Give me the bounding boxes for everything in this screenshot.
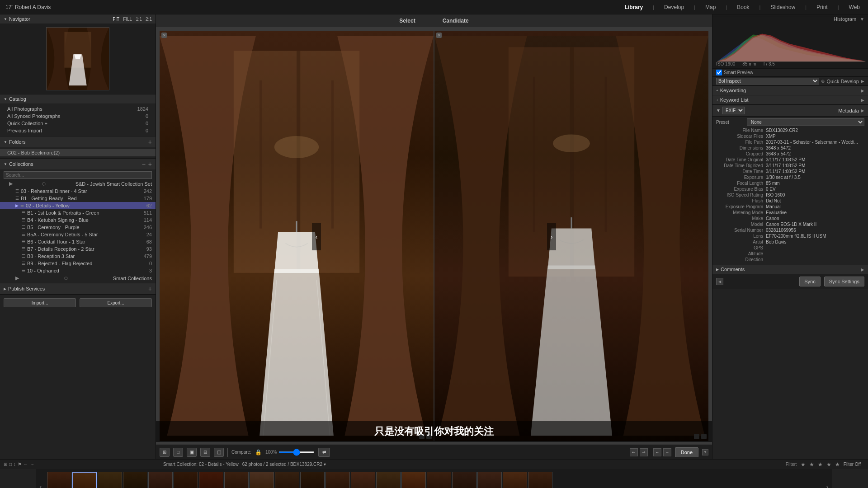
nav-print[interactable]: Print xyxy=(814,4,830,10)
collection-smart[interactable]: ▶ ⬡ Smart Collections xyxy=(0,274,156,282)
filmstrip-thumb-18[interactable] xyxy=(477,472,502,488)
import-button[interactable]: Import... xyxy=(4,298,76,307)
sync-button[interactable]: Sync xyxy=(799,277,820,286)
filmstrip-thumb-15[interactable] xyxy=(401,472,426,488)
breadcrumb-info[interactable]: 62 photos / 2 selected / BDX13829.CR2 ▾ xyxy=(242,462,326,467)
collection-1st-look[interactable]: ☰ B1 - 1st Look & Portraits - Green 511 xyxy=(0,209,156,216)
done-button[interactable]: Done xyxy=(675,447,698,457)
keyword-list-arrow[interactable]: ▶ xyxy=(861,98,864,103)
grid-view-btn[interactable]: ⊞ xyxy=(160,448,170,457)
filmstrip-thumb-4[interactable] xyxy=(123,472,147,488)
filmstrip-nav-next[interactable]: → xyxy=(30,462,34,467)
candidate-image-container[interactable]: ✕ xyxy=(434,31,708,441)
filmstrip-thumb-7[interactable] xyxy=(199,472,223,488)
filmstrip-thumb-5[interactable] xyxy=(148,472,173,488)
filmstrip-thumb-16[interactable] xyxy=(427,472,451,488)
left-nav-arrow[interactable]: ‹ xyxy=(312,223,321,250)
filmstrip-thumb-20[interactable] xyxy=(528,472,552,488)
filmstrip-thumb-12[interactable] xyxy=(326,472,350,488)
filmstrip-loupe-icon[interactable]: □ xyxy=(9,462,12,467)
filter-star-4[interactable]: ★ xyxy=(826,461,831,468)
filmstrip-thumb-8[interactable] xyxy=(224,472,249,488)
prev-select-btn[interactable]: ⇐ xyxy=(630,448,638,456)
catalog-all-photos[interactable]: All Photographs 1824 xyxy=(0,105,156,113)
publish-services-header[interactable]: ▶ Publish Services + xyxy=(0,283,156,294)
catalog-synced[interactable]: All Synced Photographs 0 xyxy=(0,113,156,120)
zoom-fill[interactable]: FILL xyxy=(123,17,132,22)
keyword-list-header[interactable]: + Keyword List ▶ xyxy=(712,95,868,105)
catalog-quick-collection[interactable]: Quick Collection + 0 xyxy=(0,120,156,127)
collection-ketubah[interactable]: ☰ B4 - Ketubah Signing - Blue 114 xyxy=(0,216,156,224)
prev-candidate-btn[interactable]: ← xyxy=(653,448,661,456)
collection-orphaned[interactable]: ☰ 10 - Orphaned 3 xyxy=(0,267,156,274)
candidate-minimize-btn[interactable] xyxy=(694,434,699,439)
collection-rehearsal[interactable]: ☰ 03 - Rehearsal Dinner - 4 Star 242 xyxy=(0,188,156,195)
filmstrip-grid-icon[interactable]: ⊞ xyxy=(4,462,7,467)
filter-star-1[interactable]: ★ xyxy=(801,461,806,468)
filmstrip-thumb-1[interactable] xyxy=(47,472,71,488)
filmstrip-thumb-9[interactable] xyxy=(250,472,274,488)
collection-ceremony[interactable]: ☰ B5 - Ceremony - Purple 246 xyxy=(0,224,156,231)
exif-dropdown-arrow[interactable]: ▼ xyxy=(716,108,721,113)
nav-develop[interactable]: Develop xyxy=(661,4,687,10)
filmstrip-thumb-11[interactable] xyxy=(300,472,325,488)
collections-minus-btn[interactable]: − xyxy=(142,160,146,168)
filmstrip-prev-btn[interactable]: ‹ xyxy=(36,469,45,488)
nav-map[interactable]: Map xyxy=(703,4,718,10)
comments-arrow[interactable]: ▶ xyxy=(861,267,864,272)
loupe-view-btn[interactable]: □ xyxy=(173,448,183,457)
catalog-previous-import[interactable]: Previous Import 0 xyxy=(0,127,156,134)
toolbar-expand-btn[interactable]: ▼ xyxy=(702,449,708,455)
right-nav-arrow[interactable]: › xyxy=(547,223,556,250)
nav-slideshow[interactable]: Slideshow xyxy=(768,4,798,10)
comments-header[interactable]: ▶ Comments ▶ xyxy=(712,265,868,274)
candidate-close-btn[interactable]: ✕ xyxy=(436,33,442,38)
filmstrip-thumb-6[interactable] xyxy=(174,472,198,488)
filter-star-2[interactable]: ★ xyxy=(809,461,814,468)
collection-getting-ready[interactable]: ☰ B1 - Getting Ready - Red 179 xyxy=(0,195,156,202)
quick-develop-link[interactable]: Quick Develop xyxy=(826,79,859,84)
filmstrip-thumb-2[interactable] xyxy=(72,472,97,488)
bol-inspect-select[interactable]: Bol Inspect xyxy=(716,78,819,84)
zoom-1-1[interactable]: 1:1 xyxy=(136,17,142,22)
publish-add-btn[interactable]: + xyxy=(148,285,152,292)
filmstrip-thumb-10[interactable] xyxy=(275,472,299,488)
select-minimize-btn[interactable] xyxy=(419,434,425,439)
collections-add-btn[interactable]: + xyxy=(148,160,152,168)
sync-settings-button[interactable]: Sync Settings xyxy=(824,277,864,286)
filmstrip-thumb-17[interactable] xyxy=(452,472,476,488)
filter-star-5[interactable]: ★ xyxy=(835,461,840,468)
keywording-header[interactable]: + Keywording ▶ xyxy=(712,86,868,95)
filmstrip-thumb-14[interactable] xyxy=(376,472,401,488)
compare-lock-icon[interactable]: 🔒 xyxy=(255,449,262,455)
quick-develop-arrow[interactable]: ▶ xyxy=(861,79,864,84)
collections-search-input[interactable] xyxy=(4,171,152,179)
collection-details[interactable]: ▶ ☰ 02 - Details - Yellow 62 xyxy=(0,202,156,209)
filter-star-3[interactable]: ★ xyxy=(818,461,823,468)
nav-book[interactable]: Book xyxy=(734,4,752,10)
nav-web[interactable]: Web xyxy=(846,4,863,10)
folders-add-btn[interactable]: + xyxy=(148,138,152,145)
right-panel-collapse-btn[interactable]: ◀ xyxy=(716,278,723,285)
filmstrip-nav-prev[interactable]: ← xyxy=(24,462,28,467)
exif-select[interactable]: EXIF IPTC All xyxy=(722,107,745,114)
collections-header[interactable]: ▼ Collections − + xyxy=(0,159,156,169)
collection-cocktail[interactable]: ☰ B6 - Cocktail Hour - 1 Star 68 xyxy=(0,238,156,245)
filmstrip-thumb-13[interactable] xyxy=(351,472,375,488)
filmstrip-next-btn[interactable]: › xyxy=(823,469,832,488)
filmstrip-flag-icon[interactable]: ⚑ xyxy=(18,462,22,467)
select-close-btn[interactable]: ✕ xyxy=(161,33,167,38)
navigator-header[interactable]: ▼ Navigator FIT FILL 1:1 2:1 xyxy=(0,14,156,23)
candidate-expand-btn[interactable] xyxy=(701,434,707,439)
navigator-thumbnail[interactable] xyxy=(46,27,109,90)
filmstrip-sort-icon[interactable]: ↕ xyxy=(14,462,16,467)
collection-rejected[interactable]: ☰ B9 - Rejected - Flag Rejected 0 xyxy=(0,260,156,267)
collection-reception-details[interactable]: ☰ B7 - Details Reception - 2 Star 93 xyxy=(0,245,156,253)
catalog-header[interactable]: ▼ Catalog xyxy=(0,94,156,103)
select-image-container[interactable]: ✕ xyxy=(160,31,434,441)
people-view-btn[interactable]: ◫ xyxy=(214,448,224,457)
swap-btn[interactable]: ⇄ xyxy=(318,448,330,457)
compare-view-btn[interactable]: ▣ xyxy=(187,448,197,457)
zoom-2-1[interactable]: 2:1 xyxy=(146,17,152,22)
preset-select[interactable]: None xyxy=(747,118,864,126)
